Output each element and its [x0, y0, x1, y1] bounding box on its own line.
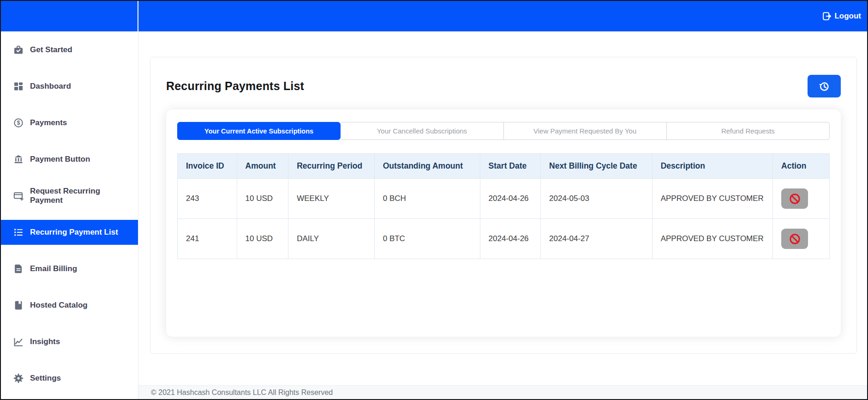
sidebar-item-label: Email Billing	[30, 264, 77, 273]
dollar-circle-icon: $	[13, 117, 24, 128]
cell-next-billing-cycle-date: 2024-04-27	[541, 219, 652, 259]
logout-button[interactable]: Logout	[822, 11, 861, 21]
panel-header: Recurring Payments List	[166, 75, 841, 97]
sidebar-item-payment-button[interactable]: Payment Button	[1, 141, 138, 177]
ban-icon	[789, 193, 801, 205]
cancel-subscription-button[interactable]	[781, 229, 808, 249]
col-action: Action	[773, 154, 830, 179]
tab-view-payment-requested[interactable]: View Payment Requested By You	[504, 122, 667, 140]
sidebar-item-label: Payment Button	[30, 155, 90, 164]
sidebar-item-label: Get Started	[30, 45, 72, 55]
sidebar-item-hosted-catalog[interactable]: Hosted Catalog	[1, 287, 138, 323]
footer: © 2021 Hashcash Consultants LLC All Righ…	[138, 385, 867, 399]
svg-text:$: $	[17, 120, 20, 126]
sidebar-item-label: Payments	[30, 118, 67, 127]
history-refresh-icon	[818, 80, 830, 92]
table-header-row: Invoice ID Amount Recurring Period Outst…	[178, 154, 830, 179]
grid-icon	[13, 81, 24, 92]
col-recurring-period: Recurring Period	[288, 154, 375, 179]
col-outstanding-amount: Outstanding Amount	[374, 154, 480, 179]
sidebar-item-payments[interactable]: $ Payments	[1, 104, 138, 141]
book-icon	[13, 300, 24, 311]
sidebar-item-label: Insights	[30, 337, 60, 346]
cell-amount: 10 USD	[237, 219, 288, 259]
main-area: Recurring Payments List Your	[138, 31, 867, 399]
cell-outstanding-amount: 0 BTC	[374, 219, 480, 259]
cell-recurring-period: DAILY	[288, 219, 375, 259]
sidebar-item-recurring-payment-list[interactable]: Recurring Payment List	[1, 214, 138, 250]
tab-refund-requests[interactable]: Refund Requests	[667, 122, 830, 140]
sidebar: Get Started Dashboard	[1, 31, 138, 399]
content-panel: Recurring Payments List Your	[150, 57, 857, 354]
cell-invoice-id: 241	[178, 219, 237, 259]
briefcase-check-icon	[13, 44, 24, 55]
document-icon	[13, 263, 24, 274]
refresh-button[interactable]	[808, 75, 841, 97]
line-chart-icon	[13, 336, 24, 347]
cell-action	[773, 219, 830, 259]
col-invoice-id: Invoice ID	[178, 154, 237, 179]
cell-start-date: 2024-04-26	[480, 179, 540, 219]
app-window: Logout Get Started	[0, 0, 868, 400]
content-row: Get Started Dashboard	[1, 31, 867, 399]
col-description: Description	[652, 154, 772, 179]
sidebar-item-get-started[interactable]: Get Started	[1, 31, 138, 68]
logout-icon	[822, 11, 832, 21]
topbar-right: Logout	[138, 1, 867, 31]
sidebar-item-label: Settings	[30, 374, 61, 383]
tab-cancelled-subscriptions[interactable]: Your Cancelled Subscriptions	[341, 122, 503, 140]
cancel-subscription-button[interactable]	[781, 188, 808, 209]
logout-label: Logout	[834, 12, 861, 21]
card-plus-icon	[13, 190, 24, 201]
subscription-tabs: Your Current Active Subscriptions Your C…	[177, 122, 830, 140]
tab-current-active-subscriptions[interactable]: Your Current Active Subscriptions	[177, 122, 341, 140]
sidebar-item-label: Recurring Payment List	[30, 228, 118, 237]
sidebar-item-settings[interactable]: Settings	[1, 360, 138, 396]
bullet-list-icon	[13, 227, 24, 238]
sidebar-item-insights[interactable]: Insights	[1, 323, 138, 360]
bank-icon	[13, 154, 24, 165]
logo-area	[1, 1, 138, 31]
table-row: 243 10 USD WEEKLY 0 BCH 2024-04-26 2024-…	[178, 179, 830, 219]
subscriptions-table: Invoice ID Amount Recurring Period Outst…	[177, 153, 830, 259]
cell-invoice-id: 243	[178, 179, 237, 219]
copyright-text: © 2021 Hashcash Consultants LLC All Righ…	[151, 388, 333, 397]
sidebar-item-email-billing[interactable]: Email Billing	[1, 250, 138, 287]
sidebar-item-label: Request Recurring Payment	[30, 187, 120, 205]
cell-next-billing-cycle-date: 2024-05-03	[541, 179, 652, 219]
col-next-billing-cycle-date: Next Billing Cycle Date	[541, 154, 652, 179]
cell-recurring-period: WEEKLY	[288, 179, 375, 219]
cell-amount: 10 USD	[237, 179, 288, 219]
table-row: 241 10 USD DAILY 0 BTC 2024-04-26 2024-0…	[178, 219, 830, 259]
page-title: Recurring Payments List	[166, 79, 304, 93]
topbar: Logout	[1, 1, 867, 31]
sidebar-item-label: Dashboard	[30, 82, 71, 91]
subscriptions-card: Your Current Active Subscriptions Your C…	[166, 109, 841, 337]
cell-action	[773, 179, 830, 219]
gear-icon	[13, 373, 24, 384]
col-start-date: Start Date	[480, 154, 540, 179]
cell-outstanding-amount: 0 BCH	[374, 179, 480, 219]
sidebar-item-label: Hosted Catalog	[30, 301, 88, 310]
col-amount: Amount	[237, 154, 288, 179]
cell-start-date: 2024-04-26	[480, 219, 540, 259]
cell-description: APPROVED BY CUSTOMER	[652, 219, 772, 259]
ban-icon	[789, 233, 801, 245]
cell-description: APPROVED BY CUSTOMER	[652, 179, 772, 219]
sidebar-item-dashboard[interactable]: Dashboard	[1, 68, 138, 104]
sidebar-item-request-recurring-payment[interactable]: Request Recurring Payment	[1, 177, 138, 214]
